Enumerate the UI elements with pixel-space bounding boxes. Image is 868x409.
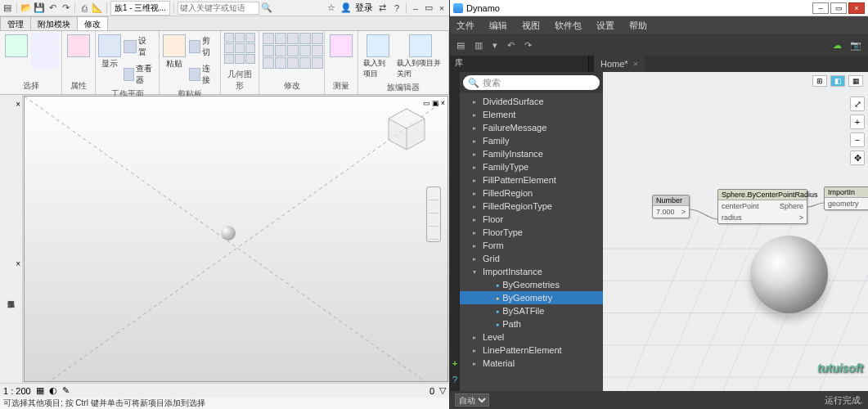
load-into-project-button[interactable]: 载入到项目 [362, 33, 394, 81]
tree-node-failuremessage[interactable]: ▸FailureMessage [460, 121, 603, 134]
view-close-icon[interactable]: × [441, 99, 445, 107]
menu-edit[interactable]: 编辑 [489, 20, 507, 32]
line-tool-icon[interactable] [31, 33, 44, 44]
tab-addins[interactable]: 附加模块 [30, 16, 78, 30]
view-min-icon[interactable]: ▭ [423, 99, 430, 107]
tree-node-fillpatternelement[interactable]: ▸FillPatternElement [460, 173, 603, 187]
revit-sphere[interactable] [221, 226, 236, 240]
status-icon[interactable]: ▦ [36, 385, 44, 396]
geo-view-icon[interactable]: ◧ [830, 75, 845, 87]
pan-icon[interactable] [429, 202, 438, 213]
print-icon[interactable]: ⎙ [79, 2, 90, 14]
tree-node-level[interactable]: ▸Level [460, 330, 603, 344]
pan-icon[interactable]: ✥ [850, 151, 865, 165]
tree-node-familytype[interactable]: ▸FamilyType [460, 160, 603, 173]
undo-icon[interactable]: ↶ [507, 40, 515, 51]
tree-node-floor[interactable]: ▸Floor [460, 213, 603, 226]
run-mode-select[interactable]: 自动 [455, 393, 489, 407]
zoom-in-icon[interactable]: + [850, 115, 865, 129]
dyn-close-icon[interactable]: × [848, 2, 865, 14]
both-view-icon[interactable]: ▦ [848, 75, 863, 87]
revit-3d-view[interactable]: ▭ ▣ × [24, 96, 448, 382]
copy-icon[interactable] [312, 33, 323, 44]
menu-packages[interactable]: 软件包 [555, 20, 582, 32]
move-icon[interactable] [299, 33, 311, 44]
zoom-fit-icon[interactable]: ⤢ [850, 97, 865, 111]
paste-button[interactable]: 粘贴 [163, 33, 186, 71]
tree-node-path[interactable]: ●Path [460, 317, 603, 330]
rect-tool-icon[interactable] [31, 57, 44, 69]
tree-node-floortype[interactable]: ▸FloorType [460, 226, 603, 239]
favorite-icon[interactable]: ☆ [326, 2, 337, 14]
trim-icon[interactable] [275, 45, 286, 56]
save-icon[interactable]: 💾 [34, 2, 45, 14]
palette2-close-icon[interactable]: × [14, 258, 22, 270]
array-icon[interactable] [299, 45, 311, 56]
dynamo-workspace[interactable]: Number 7.000> Sphere.ByCenterPointRadius… [603, 72, 868, 391]
align-icon[interactable] [263, 33, 274, 44]
user-icon[interactable]: 👤 [340, 2, 352, 14]
tree-node-filledregion[interactable]: ▸FilledRegion [460, 187, 603, 200]
node-sphere[interactable]: Sphere.ByCenterPointRadius centerPointSp… [717, 189, 807, 224]
tree-node-form[interactable]: ▸Form [460, 239, 603, 252]
node-import[interactable]: ImportIn geometry [824, 187, 868, 210]
join-button[interactable]: 连接 [187, 61, 217, 88]
viewer-button[interactable]: 查看器 [122, 61, 155, 88]
mirror-icon[interactable] [287, 33, 299, 44]
arc-tool-icon[interactable] [45, 33, 58, 44]
cut-button[interactable]: 剪切 [187, 33, 217, 60]
tree-node-family[interactable]: ▸Family [460, 134, 603, 147]
help-icon[interactable]: ? [452, 375, 457, 384]
zoom-out-icon[interactable]: − [850, 133, 865, 147]
show-button[interactable]: 显示 [99, 33, 120, 71]
orbit-icon[interactable] [429, 228, 438, 240]
palette-close-icon[interactable]: × [14, 98, 22, 110]
zoom-icon[interactable] [429, 215, 438, 227]
measure-icon[interactable]: 📐 [92, 2, 103, 14]
viewcube[interactable] [382, 105, 431, 154]
help-icon[interactable]: ? [391, 2, 403, 14]
library-search-input[interactable]: 🔍 搜索 [463, 75, 600, 90]
tree-node-grid[interactable]: ▸Grid [460, 252, 603, 265]
new-icon[interactable]: ▤ [456, 40, 465, 51]
redo-icon[interactable]: ↷ [524, 40, 532, 51]
unpin-icon[interactable] [275, 57, 286, 69]
scale-label[interactable]: 1 : 200 [3, 386, 31, 396]
search-icon[interactable]: 🔍 [261, 2, 272, 14]
number-value[interactable]: 7.000 [656, 208, 675, 216]
view-dropdown[interactable]: 族1 - 三维视... [110, 1, 170, 16]
tree-node-dividedsurface[interactable]: ▸DividedSurface [460, 95, 603, 108]
tree-node-bysatfile[interactable]: ●BySATFile [460, 304, 603, 317]
app-menu-icon[interactable]: ▤ [2, 2, 13, 14]
node-number[interactable]: Number 7.000> [652, 195, 690, 218]
help-search-input[interactable] [178, 2, 259, 15]
properties-button[interactable] [65, 33, 92, 59]
tree-node-bygeometry[interactable]: ●ByGeometry [460, 291, 603, 304]
set-plane-button[interactable]: 设置 [122, 33, 155, 60]
add-icon[interactable]: + [452, 358, 457, 368]
restore-icon[interactable]: ▭ [423, 2, 434, 14]
preview-sphere[interactable] [750, 236, 828, 313]
tree-node-bygeometries[interactable]: ●ByGeometries [460, 278, 603, 291]
split-icon[interactable] [287, 45, 299, 56]
exchange-icon[interactable]: ⇄ [376, 2, 388, 14]
tree-node-material[interactable]: ▸Material [460, 357, 603, 370]
library-tab[interactable]: 库 [450, 56, 589, 72]
group-icon[interactable] [299, 57, 311, 69]
status-icon2[interactable]: ◐ [49, 385, 57, 396]
pin-icon[interactable] [263, 57, 274, 69]
ungroup-icon[interactable] [312, 57, 323, 69]
tree-node-familyinstance[interactable]: ▸FamilyInstance [460, 147, 603, 160]
minimize-icon[interactable]: – [410, 2, 421, 14]
tab-modify[interactable]: 修改 [77, 16, 108, 30]
filter-icon[interactable]: ▽ [439, 385, 446, 396]
open-icon[interactable]: ▥ [474, 40, 483, 51]
close-icon[interactable]: × [436, 2, 447, 14]
menu-help[interactable]: 帮助 [629, 20, 647, 32]
library-tree[interactable]: ▸DividedSurface▸Element▸FailureMessage▸F… [460, 93, 603, 391]
tree-node-importinstance[interactable]: ▾ImportInstance [460, 265, 603, 278]
nav-bar[interactable] [426, 187, 441, 242]
status-icon3[interactable]: ✎ [62, 385, 70, 396]
properties-palette-collapsed[interactable]: × × 修改属类型 [0, 95, 23, 383]
rotate-icon[interactable] [263, 45, 274, 56]
